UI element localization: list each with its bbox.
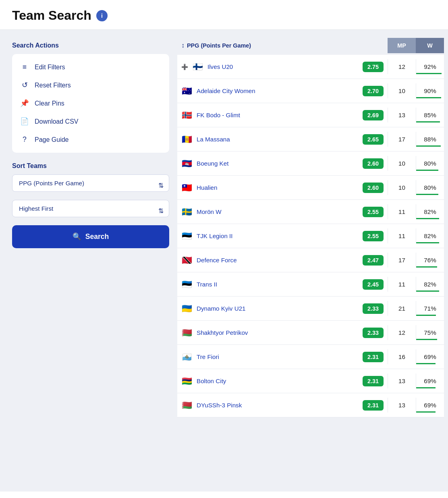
team-cell: 🇹🇼 Hualien <box>177 179 363 197</box>
table-row[interactable]: 🇦🇩 La Massana 2.65 17 88% <box>177 127 444 151</box>
team-flag: 🇸🇲 <box>181 352 193 362</box>
team-flag: 🇸🇪 <box>181 207 193 217</box>
download-csv-label: Download CSV <box>35 118 79 125</box>
page-header: Team Search i <box>0 0 448 30</box>
action-download-csv[interactable]: 📄 Download CSV <box>12 112 169 131</box>
team-name: Shakhtyor Petrikov <box>197 329 248 336</box>
table-row[interactable]: 🇺🇦 Dynamo Kyiv U21 2.33 21 71% <box>177 297 444 321</box>
team-name: Defence Force <box>197 257 237 264</box>
sort-order-select[interactable]: Highest First <box>12 200 169 217</box>
team-cell: 🇲🇺 Bolton City <box>177 372 363 390</box>
mp-cell: 10 <box>388 83 416 98</box>
actions-card: ≡ Edit Filters ↺ Reset Filters 📌 Clear P… <box>12 54 169 153</box>
table-row[interactable]: 🇦🇺 Adelaide City Women 2.70 10 90% <box>177 79 444 103</box>
col-header-team: ↕ PPG (Points Per Game) <box>177 38 388 53</box>
team-flag: 🇪🇪 <box>181 231 193 241</box>
table-row[interactable]: 🇹🇹 Defence Force 2.47 17 76% <box>177 248 444 272</box>
action-clear-pins[interactable]: 📌 Clear Pins <box>12 94 169 112</box>
team-flag: 🇦🇩 <box>181 135 193 144</box>
ppg-badge: 2.55 <box>363 207 384 217</box>
action-page-guide[interactable]: ? Page Guide <box>12 131 169 149</box>
table-row[interactable]: 🇪🇪 TJK Legion II 2.55 11 82% <box>177 224 444 248</box>
w-bar <box>416 218 439 219</box>
table-row[interactable]: 🇧🇾 Shakhtyor Petrikov 2.33 12 75% <box>177 321 444 345</box>
team-name: Tre Fiori <box>197 353 219 360</box>
sidebar: Search Actions ≡ Edit Filters ↺ Reset Fi… <box>8 38 177 483</box>
team-flag: 🇹🇼 <box>181 183 193 193</box>
table-row[interactable]: 🇹🇼 Hualien 2.60 10 80% <box>177 176 444 200</box>
team-cell: 🇪🇪 TJK Legion II <box>177 227 363 245</box>
col-sort-label: PPG (Points Per Game) <box>187 42 251 49</box>
ppg-badge: 2.75 <box>363 62 384 72</box>
w-bar <box>416 411 436 413</box>
mp-cell: 16 <box>388 349 416 364</box>
w-cell: 82% <box>416 228 444 243</box>
col-header-w: W <box>416 38 444 53</box>
team-flag: 🇹🇹 <box>181 255 193 265</box>
sort-order-wrapper: Highest First <box>12 200 169 221</box>
sort-by-wrapper: PPG (Points Per Game) <box>12 174 169 196</box>
team-cell: 🇸🇪 Morön W <box>177 203 363 221</box>
team-name: Boeung Ket <box>197 160 228 167</box>
w-bar <box>416 242 439 243</box>
table-row[interactable]: 🇪🇪 Trans II 2.45 11 82% <box>177 272 444 297</box>
team-cell: 🇦🇺 Adelaide City Women <box>177 82 363 100</box>
table-row[interactable]: 🇳🇴 FK Bodo - Glimt 2.69 13 85% <box>177 103 444 127</box>
team-name: TJK Legion II <box>197 232 233 239</box>
table-row[interactable]: ➕ 🇫🇮 Ilves U20 2.75 12 92% <box>177 55 444 79</box>
edit-filters-label: Edit Filters <box>35 64 65 71</box>
table-row[interactable]: 🇰🇭 Boeung Ket 2.60 10 80% <box>177 151 444 176</box>
mp-cell: 11 <box>388 204 416 219</box>
info-icon[interactable]: i <box>96 10 108 21</box>
team-name: Dynamo Kyiv U21 <box>197 305 246 312</box>
mp-cell: 11 <box>388 277 416 292</box>
w-cell: 82% <box>416 204 444 219</box>
w-bar <box>416 339 437 340</box>
w-bar <box>416 290 439 292</box>
table-row[interactable]: 🇸🇪 Morön W 2.55 11 82% <box>177 200 444 224</box>
ppg-badge: 2.33 <box>363 303 384 314</box>
ppg-badge: 2.69 <box>363 110 384 120</box>
sort-by-select[interactable]: PPG (Points Per Game) <box>12 174 169 192</box>
w-cell: 80% <box>416 180 444 195</box>
main-layout: Search Actions ≡ Edit Filters ↺ Reset Fi… <box>0 30 448 492</box>
ppg-badge: 2.31 <box>363 376 384 386</box>
w-bar <box>416 266 437 268</box>
edit-filters-icon: ≡ <box>20 63 29 71</box>
sort-icon: ↕ <box>181 42 185 49</box>
ppg-badge: 2.47 <box>363 255 384 266</box>
reset-filters-icon: ↺ <box>20 81 29 89</box>
mp-cell: 10 <box>388 180 416 195</box>
results-table-container: ↕ PPG (Points Per Game) MP W ➕ 🇫🇮 Ilves … <box>177 38 448 483</box>
ppg-badge: 2.60 <box>363 158 384 169</box>
team-cell: 🇺🇦 Dynamo Kyiv U21 <box>177 300 363 317</box>
w-bar <box>416 145 441 147</box>
w-bar <box>416 387 436 388</box>
sort-teams-label: Sort Teams <box>12 162 169 170</box>
team-cell: 🇰🇭 Boeung Ket <box>177 155 363 172</box>
team-name: Bolton City <box>197 378 226 384</box>
page-title: Team Search <box>12 8 91 23</box>
mp-cell: 13 <box>388 374 416 388</box>
team-cell: 🇧🇾 DYuSSh-3 Pinsk <box>177 396 363 414</box>
w-cell: 92% <box>416 59 444 74</box>
mp-cell: 13 <box>388 398 416 413</box>
team-cell: 🇧🇾 Shakhtyor Petrikov <box>177 324 363 342</box>
mp-cell: 10 <box>388 156 416 171</box>
w-bar <box>416 315 436 316</box>
w-cell: 88% <box>416 132 444 147</box>
table-row[interactable]: 🇸🇲 Tre Fiori 2.31 16 69% <box>177 345 444 369</box>
team-flag: 🇫🇮 <box>192 62 203 72</box>
team-cell: 🇦🇩 La Massana <box>177 131 363 148</box>
table-row[interactable]: 🇧🇾 DYuSSh-3 Pinsk 2.31 13 69% <box>177 393 444 417</box>
team-flag: 🇺🇦 <box>181 304 193 313</box>
table-row[interactable]: 🇲🇺 Bolton City 2.31 13 69% <box>177 369 444 393</box>
clear-pins-icon: 📌 <box>20 99 29 108</box>
team-flag: 🇧🇾 <box>181 328 193 338</box>
w-cell: 82% <box>416 277 444 292</box>
pin-icon: ➕ <box>181 64 188 70</box>
search-button[interactable]: 🔍 Search <box>12 225 169 248</box>
page-guide-label: Page Guide <box>35 136 69 143</box>
action-reset-filters[interactable]: ↺ Reset Filters <box>12 76 169 94</box>
action-edit-filters[interactable]: ≡ Edit Filters <box>12 58 169 76</box>
